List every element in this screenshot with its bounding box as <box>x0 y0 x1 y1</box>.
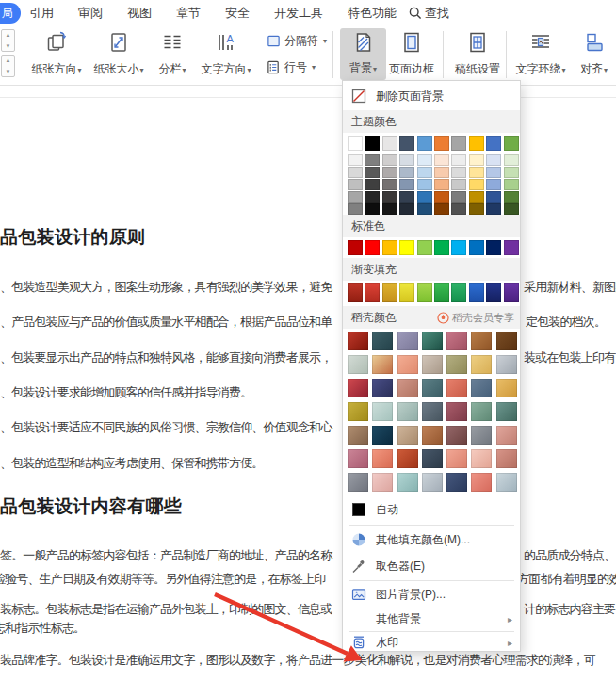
menu-tab[interactable]: 视图 <box>127 5 152 22</box>
color-swatch[interactable] <box>451 240 466 255</box>
color-swatch[interactable] <box>434 179 449 190</box>
menu-tab[interactable]: 特色功能 <box>348 5 397 22</box>
color-swatch[interactable] <box>471 355 492 374</box>
color-swatch[interactable] <box>348 179 363 190</box>
color-swatch[interactable] <box>434 283 449 302</box>
color-swatch[interactable] <box>382 136 397 151</box>
color-swatch[interactable] <box>382 203 397 215</box>
color-swatch[interactable] <box>397 426 418 445</box>
page-break-button[interactable]: 分隔符▾ <box>267 33 327 49</box>
color-swatch[interactable] <box>372 402 393 421</box>
color-swatch[interactable] <box>496 379 517 397</box>
color-swatch[interactable] <box>422 379 443 397</box>
color-swatch[interactable] <box>434 167 449 178</box>
color-swatch[interactable] <box>397 332 418 350</box>
color-swatch[interactable] <box>348 136 363 151</box>
color-swatch[interactable] <box>434 136 449 151</box>
color-swatch[interactable] <box>348 167 363 178</box>
color-swatch[interactable] <box>434 191 449 203</box>
auto-color-item[interactable]: 自动 <box>343 498 520 521</box>
other-background-item[interactable]: 其他背景 ▸ <box>343 608 520 630</box>
color-swatch[interactable] <box>399 179 414 190</box>
color-swatch[interactable] <box>504 240 519 255</box>
color-swatch[interactable] <box>451 179 466 190</box>
color-swatch[interactable] <box>348 154 363 166</box>
color-swatch[interactable] <box>434 154 449 166</box>
scroll-down-stepper[interactable]: ▲▼ <box>1 55 15 77</box>
color-swatch[interactable] <box>496 402 517 421</box>
color-swatch[interactable] <box>348 191 363 203</box>
color-swatch[interactable] <box>486 203 501 215</box>
color-swatch[interactable] <box>399 167 414 178</box>
color-swatch[interactable] <box>486 179 501 190</box>
color-swatch[interactable] <box>504 154 519 166</box>
color-swatch[interactable] <box>417 167 432 178</box>
page-border-button[interactable]: 页面边框 <box>384 28 439 81</box>
color-swatch[interactable] <box>446 426 467 445</box>
color-swatch[interactable] <box>365 240 380 255</box>
color-swatch[interactable] <box>382 179 397 190</box>
color-swatch[interactable] <box>471 473 492 492</box>
text-wrap-button[interactable]: 文字环绕▾ <box>513 28 568 81</box>
eyedropper-item[interactable]: 取色器(E) <box>343 554 520 578</box>
line-number-button[interactable]: 行号▾ <box>267 59 316 75</box>
color-swatch[interactable] <box>451 283 466 302</box>
color-swatch[interactable] <box>397 379 418 397</box>
search-box[interactable]: 查找 <box>409 0 449 26</box>
color-swatch[interactable] <box>504 167 519 178</box>
color-swatch[interactable] <box>348 426 368 445</box>
columns-button[interactable]: 分栏▾ <box>145 28 200 81</box>
color-swatch[interactable] <box>422 332 443 350</box>
menu-tab[interactable]: 开发工具 <box>274 5 323 22</box>
color-swatch[interactable] <box>469 136 484 151</box>
color-swatch[interactable] <box>382 283 397 302</box>
color-swatch[interactable] <box>422 402 443 421</box>
color-swatch[interactable] <box>372 332 393 350</box>
color-swatch[interactable] <box>434 240 449 255</box>
scroll-up-stepper[interactable]: ▲▼ <box>1 29 15 52</box>
color-swatch[interactable] <box>451 191 466 203</box>
color-swatch[interactable] <box>496 426 517 445</box>
color-swatch[interactable] <box>348 283 363 302</box>
color-swatch[interactable] <box>504 283 519 302</box>
background-button[interactable]: 背景▾ <box>340 28 386 80</box>
color-swatch[interactable] <box>471 332 492 350</box>
color-swatch[interactable] <box>446 332 467 350</box>
text-direction-button[interactable]: A 文字方向▾ <box>199 28 253 81</box>
color-swatch[interactable] <box>496 332 517 350</box>
color-swatch[interactable] <box>504 179 519 190</box>
color-swatch[interactable] <box>446 449 467 468</box>
color-swatch[interactable] <box>417 136 432 151</box>
color-swatch[interactable] <box>397 449 418 468</box>
paper-size-button[interactable]: 纸张大小▾ <box>91 28 146 81</box>
color-swatch[interactable] <box>496 473 517 492</box>
color-swatch[interactable] <box>446 473 467 492</box>
color-swatch[interactable] <box>471 402 492 421</box>
color-swatch[interactable] <box>471 426 492 445</box>
color-swatch[interactable] <box>486 191 501 203</box>
color-swatch[interactable] <box>382 154 397 166</box>
color-swatch[interactable] <box>446 379 467 397</box>
color-swatch[interactable] <box>434 203 449 215</box>
color-swatch[interactable] <box>348 355 368 374</box>
color-swatch[interactable] <box>399 154 414 166</box>
color-swatch[interactable] <box>399 203 414 215</box>
menu-tab[interactable]: 审阅 <box>78 5 103 22</box>
watermark-item[interactable]: 水印 ▸ <box>343 633 520 652</box>
color-swatch[interactable] <box>469 203 484 215</box>
color-swatch[interactable] <box>486 136 501 151</box>
color-swatch[interactable] <box>372 426 393 445</box>
menu-tab[interactable]: 引用 <box>29 5 54 22</box>
color-swatch[interactable] <box>504 136 519 151</box>
color-swatch[interactable] <box>382 240 397 255</box>
color-swatch[interactable] <box>486 154 501 166</box>
color-swatch[interactable] <box>504 191 519 203</box>
color-swatch[interactable] <box>382 191 397 203</box>
color-swatch[interactable] <box>471 449 492 468</box>
color-swatch[interactable] <box>399 283 414 302</box>
color-swatch[interactable] <box>469 191 484 203</box>
color-swatch[interactable] <box>469 179 484 190</box>
color-swatch[interactable] <box>496 449 517 468</box>
color-swatch[interactable] <box>469 283 484 302</box>
color-swatch[interactable] <box>348 449 368 468</box>
